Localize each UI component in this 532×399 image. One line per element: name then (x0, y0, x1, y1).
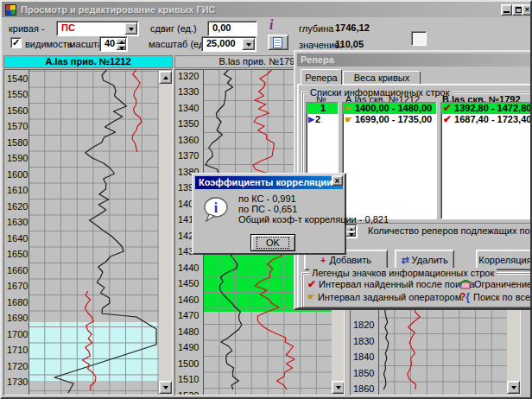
depth-label: 1840 (353, 352, 374, 362)
depth-label: 1860 (353, 383, 374, 394)
depth-label: 1830 (353, 336, 374, 346)
depth-label: 1590 (7, 153, 28, 163)
depth-label: глубина : (299, 23, 339, 34)
depth-label: 1730 (7, 377, 28, 387)
panel-a-header[interactable]: A.las прив. №1212 (3, 55, 173, 68)
list-item[interactable]: ✔1687,40 - 1723,40 (441, 114, 532, 125)
operator-interval-icon: ☛ (345, 103, 353, 114)
svg-text:i: i (214, 200, 218, 215)
scrollbar-down-button[interactable] (159, 381, 172, 394)
depth-label: 1570 (7, 121, 28, 131)
list-item[interactable]: ✔1392,80 - 1472,80 (441, 103, 532, 114)
scale-pct-spinner[interactable]: 40 (99, 36, 128, 52)
depth-label: 1550 (7, 89, 28, 99)
depth-scale: 1540155015601570158015901600161016201630… (4, 70, 28, 395)
visibility-checkbox[interactable]: ✓ (10, 37, 22, 48)
depth-label: 1510 (178, 374, 199, 384)
visibility-label: видимость (25, 39, 73, 49)
scale-pct-value: 40 (104, 38, 115, 48)
legend-restriction: Ограничение и (459, 278, 532, 289)
depth-label: 1690 (7, 313, 28, 323)
depth-label: 1520 (178, 390, 199, 396)
depth-label: 1670 (7, 281, 28, 291)
question-icon: ? (459, 291, 466, 303)
vertical-scrollbar[interactable] (159, 71, 173, 394)
tab-vesa-krivyh[interactable]: Веса кривых ГИС (343, 71, 421, 85)
legend-group-title: Легенды значков информационных строк (309, 268, 497, 278)
intervals-b-list[interactable]: ✔1392,80 - 1472,80 ✔1687,40 - 1723,40 (440, 102, 532, 219)
depth-label: 1650 (7, 249, 28, 259)
dialog-close-button[interactable]: × (332, 175, 343, 186)
dialog-line-total: Общий коэф-т корреляции - 0,821 (238, 214, 389, 225)
found-interval-icon: ✔ (443, 114, 452, 125)
list-item[interactable]: ☛1699,00 - 1735,00 (343, 114, 436, 125)
depth-label: 1740 (7, 393, 28, 396)
depth-label: 1820 (353, 320, 374, 330)
spinner-arrows[interactable] (345, 225, 356, 237)
depth-label: 1680 (7, 297, 28, 307)
blank-field (411, 31, 427, 46)
depth-label: 1710 (7, 345, 28, 355)
depth-label: 1480 (178, 326, 199, 337)
depth-label: 1660 (7, 265, 28, 276)
dialog-titlebar[interactable]: Коэффициенты корреляции (195, 176, 343, 189)
document-button[interactable] (268, 35, 288, 50)
curve-combobox[interactable]: ПС (56, 21, 139, 36)
curve-plot (28, 70, 159, 395)
found-interval-icon: ✔ (307, 278, 316, 290)
depth-label: 1600 (7, 169, 28, 180)
correlation-dialog: Коэффициенты корреляции × i по КС - 0,99… (192, 173, 346, 255)
ok-button[interactable]: OK (250, 234, 295, 251)
depth-label: 1560 (7, 105, 28, 116)
minimize-icon (504, 11, 510, 13)
main-titlebar: Просмотр и редактирование кривых ГИС (2, 2, 530, 17)
info-bubble-icon: i (202, 195, 230, 223)
depth-label: 1630 (7, 217, 28, 227)
window-title: Просмотр и редактирование кривых ГИС (21, 4, 215, 15)
close-button[interactable]: × (522, 4, 532, 16)
shift-label: сдвиг (ед.) (150, 23, 197, 34)
list-item[interactable]: ▶2 (307, 114, 338, 125)
depth-label: 1640 (7, 233, 28, 244)
scrollbar-up-button[interactable] (159, 71, 172, 84)
depth-label: 1440 (178, 263, 199, 273)
operator-interval-icon: ☛ (307, 291, 316, 302)
curve-panel-a[interactable]: 1540155015601570158015901600161016201630… (3, 69, 173, 396)
curve-label: кривая - (9, 23, 45, 34)
plus-icon: + (320, 255, 326, 265)
depth-label: 1700 (7, 329, 28, 339)
scrollbar-down-button[interactable] (332, 381, 345, 394)
intervals-a-list[interactable]: ☛1400,00 - 1480,00 ☛1699,00 - 1735,00 (342, 102, 437, 219)
restriction-icon (459, 278, 471, 289)
chevron-down-icon[interactable] (124, 22, 137, 35)
repera-titlebar[interactable]: Репера (297, 54, 532, 66)
scale-units-combobox[interactable]: 25,000 (201, 36, 256, 52)
info-icon: i (269, 17, 273, 33)
depth-label: 1470 (178, 310, 199, 320)
chevron-down-icon[interactable] (242, 38, 255, 50)
depth-label: 1490 (178, 342, 199, 352)
depth-label: 1360 (178, 135, 199, 145)
reper-count-label: Количество реперов подлежащих поиску для… (368, 225, 532, 236)
shift-input[interactable]: 0,00 (207, 21, 257, 36)
spinner-arrows[interactable] (116, 38, 126, 50)
app-icon (5, 4, 16, 16)
app-window: Просмотр и редактирование кривых ГИС × к… (0, 0, 532, 399)
list-item[interactable]: 1 (307, 103, 338, 114)
depth-label: 1540 (7, 73, 28, 84)
operator-interval-icon: ☛ (345, 114, 353, 125)
depth-label: 1320 (178, 71, 199, 81)
scrollbar-down-button[interactable] (507, 381, 520, 394)
minimize-button[interactable] (501, 4, 512, 16)
depth-label: 1330 (178, 86, 199, 97)
depth-label: 1580 (7, 137, 28, 148)
legend-found-interval: ✔ Интервал найденный после поиска (307, 278, 475, 290)
legend-search-all: ?{ Поиск по всем (459, 291, 532, 303)
depth-label: 1720 (7, 361, 28, 371)
depth-label: 1850 (353, 368, 374, 378)
value-value: 110,05 (335, 39, 364, 49)
list-item[interactable]: ☛1400,00 - 1480,00 (343, 103, 436, 114)
tab-repera[interactable]: Репера (301, 69, 342, 85)
depth-label: 1350 (178, 118, 199, 129)
depth-label: 1450 (178, 278, 199, 288)
